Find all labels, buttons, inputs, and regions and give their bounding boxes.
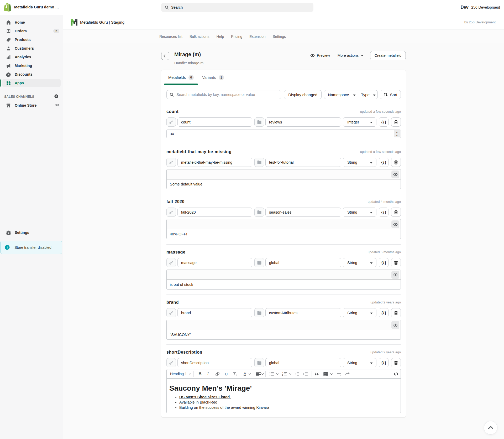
- svg-text:2: 2: [282, 374, 283, 376]
- svg-text:1: 1: [282, 372, 283, 374]
